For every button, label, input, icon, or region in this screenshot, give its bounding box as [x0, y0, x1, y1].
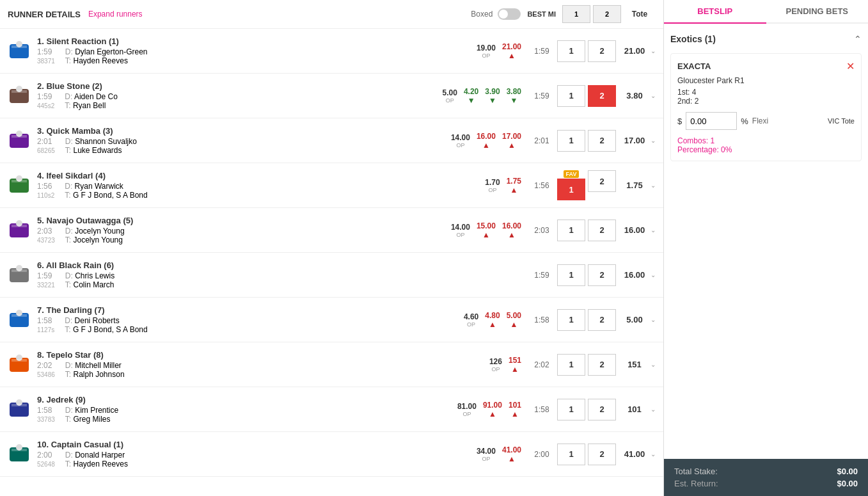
runner-trainer: D: Ryan Warwick [65, 182, 147, 191]
runner-time: 1:59 [37, 47, 55, 56]
chevron-down-icon[interactable]: ⌄ [651, 451, 656, 458]
select-btn-1[interactable]: 1 [557, 264, 585, 286]
odds-op-label: OP [446, 97, 454, 104]
chevron-down-icon[interactable]: ⌄ [651, 316, 656, 323]
runner-meta-right: D: Chris Lewis T: Colin March [65, 271, 114, 289]
runner-meta-right: D: Mitchell Miller T: Ralph Johnson [65, 361, 125, 379]
runner-name: 10. Captain Casual (1) [37, 440, 469, 449]
odds-op-value: 4.60 [464, 312, 478, 321]
odds-op-value: 19.00 [477, 44, 496, 52]
odds-section: 34.00 OP 41.00 ▲ [474, 445, 524, 463]
btn-1-container: 1 [557, 130, 585, 152]
runner-info: 2. Blue Stone (2) 1:59 445s2 D: Aiden De… [37, 81, 435, 110]
odds-price2: 41.00 ▲ [502, 445, 521, 463]
chevron-down-icon[interactable]: ⌄ [651, 361, 656, 368]
select-btn-1[interactable]: 1 [557, 220, 585, 241]
runner-avatar [8, 353, 31, 376]
select-btn-2[interactable]: 2 [588, 130, 616, 152]
runner-avatar [8, 308, 31, 332]
runner-badge: (6) [104, 260, 114, 270]
second-value: 2 [695, 97, 699, 106]
btn-group: 1 2 [557, 354, 616, 376]
runner-id: 38371 [37, 56, 55, 65]
odds-op: 5.00 OP [443, 88, 457, 104]
runner-name: 2. Blue Stone (2) [37, 81, 435, 91]
odds-price2-arrow: ▲ [482, 230, 490, 239]
select-btn-2[interactable]: 2 [588, 85, 616, 107]
btn-group: 1 2 [557, 309, 616, 331]
col-headers: 1 2 [562, 5, 621, 23]
runner-avatar [8, 264, 31, 287]
runner-sub: 1:59 38371 D: Dylan Egerton-Green T: Hay… [37, 47, 469, 65]
select-btn-1[interactable]: 1 [557, 179, 585, 200]
odds-price4-value: 3.80 [507, 87, 521, 96]
odds-price2: 16.00 ▲ [477, 132, 496, 150]
tab-betslip[interactable]: BETSLIP [664, 0, 766, 24]
select-btn-1[interactable]: 1 [557, 444, 585, 465]
select-btn-1[interactable]: 1 [557, 354, 585, 376]
select-btn-2[interactable]: 2 [588, 264, 616, 286]
est-return-label: Est. Return: [674, 479, 718, 488]
jockey-icon [8, 130, 30, 152]
select-btn-2[interactable]: 2 [588, 170, 616, 192]
runner-name: 7. The Darling (7) [37, 305, 456, 315]
chevron-down-icon[interactable]: ⌄ [651, 406, 656, 413]
select-btn-2[interactable]: 2 [588, 399, 616, 420]
runner-badge: (4) [95, 171, 106, 180]
table-row: 9. Jedrek (9) 1:58 33783 D: Kim Prentice… [0, 387, 663, 432]
chevron-up-icon[interactable]: ⌃ [854, 34, 862, 44]
odds-price3-value: 5.00 [507, 311, 521, 320]
select-btn-1[interactable]: 1 [557, 399, 585, 420]
boxed-toggle[interactable] [498, 8, 521, 20]
tote-price: 3.80 [619, 91, 651, 100]
chevron-down-icon[interactable]: ⌄ [651, 182, 656, 189]
select-btn-1[interactable]: 1 [557, 130, 585, 152]
odds-price2-value: 15.00 [477, 221, 496, 230]
table-row: 4. Ifeel Sikdarl (4) 1:56 110s2 D: Ryan … [0, 163, 663, 208]
odds-section: 14.00 OP 16.00 ▲ 17.00 ▲ [448, 132, 524, 150]
chevron-down-icon[interactable]: ⌄ [651, 227, 656, 234]
select-btn-2[interactable]: 2 [588, 220, 616, 241]
runner-jockey: T: Ralph Johnson [65, 370, 125, 379]
header-row: RUNNER DETAILS Expand runners Boxed BEST… [0, 0, 663, 29]
svg-rect-17 [12, 269, 27, 272]
runner-number: 10. [37, 440, 49, 449]
runner-avatar [8, 40, 31, 63]
runner-name-text: Navajo Outawagga [46, 216, 120, 225]
stake-input[interactable] [686, 112, 737, 130]
select-btn-1[interactable]: 1 [557, 40, 585, 62]
runner-id: 110s2 [37, 191, 54, 200]
tote-price: 151 [619, 360, 651, 369]
odds-price3-value: 17.00 [502, 132, 521, 141]
runner-sub: 2:01 68265 D: Shannon Suvaljko T: Luke E… [37, 137, 443, 155]
odds-price2-arrow: ▲ [508, 454, 516, 463]
runner-badge: (1) [113, 440, 123, 449]
select-btn-2[interactable]: 2 [588, 444, 616, 465]
select-btn-1[interactable]: 1 [557, 85, 585, 107]
chevron-down-icon[interactable]: ⌄ [651, 92, 656, 99]
tote-label: Tote [624, 10, 656, 19]
select-btn-1[interactable]: 1 [557, 309, 585, 331]
chevron-down-icon[interactable]: ⌄ [651, 137, 656, 144]
runner-meta-left: 1:59 38371 [37, 47, 55, 65]
close-icon[interactable]: ✕ [846, 60, 855, 72]
runner-id: 33783 [37, 415, 55, 424]
chevron-down-icon[interactable]: ⌄ [651, 47, 656, 54]
select-btn-2[interactable]: 2 [588, 40, 616, 62]
odds-price3-arrow: ▲ [511, 410, 519, 419]
runner-badge: (1) [109, 36, 119, 46]
expand-runners-link[interactable]: Expand runners [88, 10, 143, 19]
odds-section: 19.00 OP 21.00 ▲ [474, 42, 524, 60]
runner-name: 4. Ifeel Sikdarl (4) [37, 171, 477, 180]
exacta-card: EXACTA ✕ Gloucester Park R1 1st: 4 2nd: … [670, 53, 862, 161]
chevron-down-icon[interactable]: ⌄ [651, 271, 656, 278]
tote-price: 21.00 [619, 46, 651, 56]
odds-price2-arrow: ▲ [510, 186, 517, 195]
select-btn-2[interactable]: 2 [588, 309, 616, 331]
odds-price3: 16.00 ▲ [502, 221, 521, 239]
svg-rect-8 [12, 135, 27, 138]
select-btn-2[interactable]: 2 [588, 354, 616, 376]
tab-pending-bets[interactable]: PENDING BETS [766, 0, 869, 22]
tote-price: 101 [619, 404, 651, 414]
runner-trainer: D: Shannon Suvaljko [65, 137, 137, 146]
